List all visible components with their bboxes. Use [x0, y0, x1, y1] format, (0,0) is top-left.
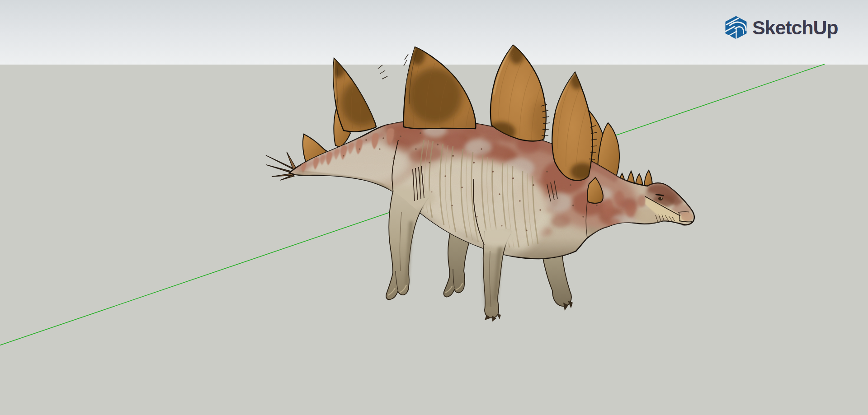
svg-text:SketchUp: SketchUp [752, 17, 838, 38]
